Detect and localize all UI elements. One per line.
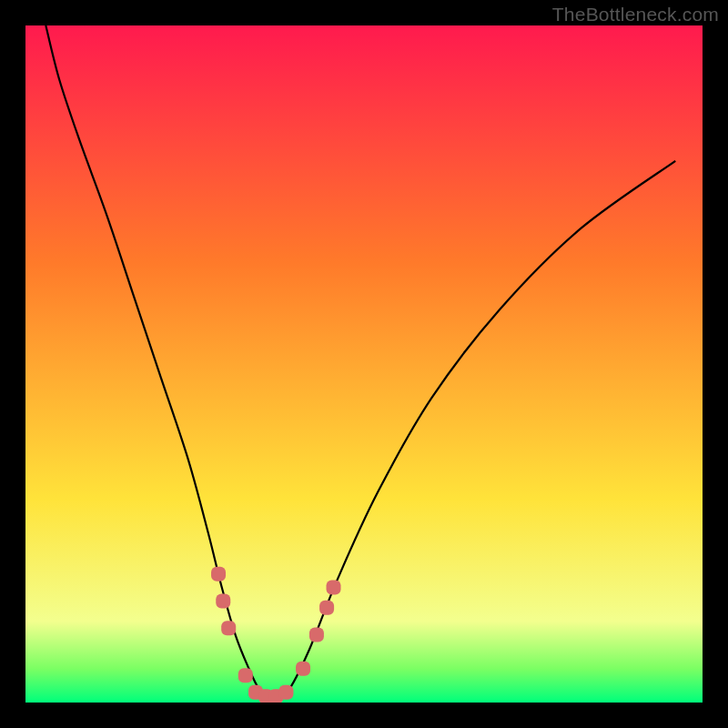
plot-area	[25, 25, 703, 703]
watermark-text: TheBottleneck.com	[552, 4, 719, 25]
gradient-background	[25, 25, 703, 703]
curve-marker	[216, 593, 230, 608]
curve-marker	[238, 668, 253, 682]
chart-svg	[25, 25, 703, 703]
curve-marker	[296, 662, 310, 676]
curve-marker	[278, 685, 293, 700]
curve-marker	[319, 601, 334, 615]
curve-marker	[327, 581, 341, 595]
curve-marker	[211, 567, 226, 581]
curve-marker	[221, 621, 236, 635]
outer-frame: TheBottleneck.com	[0, 0, 728, 728]
curve-marker	[309, 628, 324, 642]
